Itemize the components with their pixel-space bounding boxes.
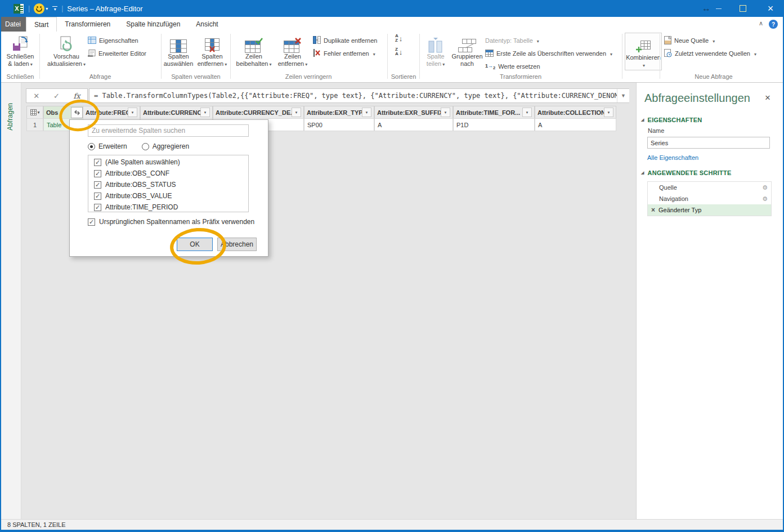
remove-columns-button[interactable]: Spalten entfernen — [195, 33, 230, 68]
queries-sidebar[interactable]: Abfragen — [1, 83, 21, 519]
formula-expand-caret[interactable]: ▼ — [617, 89, 629, 102]
list-item-obs-value[interactable]: Attribute:OBS_VALUE — [88, 190, 248, 202]
expand-arrows-icon — [74, 109, 80, 116]
column-header-attribute-freq[interactable]: Attribute:FREQ — [83, 106, 140, 119]
expand-dialog-search-input[interactable] — [88, 124, 249, 137]
list-item-obs-status[interactable]: Attribute:OBS_STATUS — [88, 179, 248, 190]
column-header-attribute-currency-denom[interactable]: Attribute:CURRENCY_DE... — [213, 106, 304, 119]
refresh-preview-button[interactable]: Vorschau aktualisieren — [44, 33, 89, 68]
checkbox-checked-icon[interactable] — [94, 204, 101, 211]
row-number[interactable]: 1 — [26, 118, 43, 131]
name-label: Name — [648, 127, 664, 134]
all-properties-link[interactable]: Alle Eigenschaften — [647, 154, 698, 161]
column-header-attribute-currency[interactable]: Attribute:CURRENCY — [140, 106, 213, 119]
sort-ascending-button[interactable]: AZ↓ — [395, 34, 402, 43]
remove-rows-button[interactable]: Zeilen entfernen — [275, 33, 311, 68]
checkbox-checked-icon[interactable] — [94, 159, 101, 166]
gear-icon[interactable]: ⚙ — [762, 195, 768, 203]
remove-duplicates-icon — [313, 36, 321, 45]
radio-aggregieren[interactable]: Aggregieren — [142, 142, 189, 150]
window-title: Series – Abfrage-Editor — [67, 5, 142, 13]
tab-transformieren[interactable]: Transformieren — [57, 17, 118, 32]
filter-dropdown-icon[interactable] — [604, 108, 613, 117]
expand-column-dialog: Erweitern Aggregieren (Alle Spalten ausw… — [69, 119, 268, 257]
step-quelle[interactable]: Quelle ⚙ — [648, 182, 771, 193]
fx-icon[interactable]: fx — [73, 92, 80, 100]
sort-descending-button[interactable]: ZA↓ — [395, 47, 402, 56]
smiley-dropdown-caret[interactable]: ▾ — [46, 6, 48, 11]
dropdown-caret — [223, 60, 227, 67]
smiley-feedback-icon[interactable] — [34, 3, 44, 14]
maximize-button[interactable] — [734, 0, 751, 17]
delete-step-icon[interactable]: × — [651, 206, 655, 214]
recent-sources-button[interactable]: Zuletzt verwendete Quellen — [664, 48, 756, 59]
cancel-formula-icon[interactable]: ✕ — [33, 92, 39, 100]
properties-button[interactable]: Eigenschaften — [88, 35, 138, 46]
new-source-button[interactable]: Neue Quelle — [664, 35, 715, 46]
collapse-ribbon-icon[interactable]: ∧ — [759, 20, 763, 27]
filter-dropdown-icon[interactable] — [292, 108, 301, 117]
choose-columns-button[interactable]: Spalten auswählen — [162, 33, 195, 68]
checkbox-checked-icon[interactable] — [94, 181, 101, 189]
step-geaenderter-typ[interactable]: × Geänderter Typ — [648, 204, 771, 216]
filter-dropdown-icon[interactable] — [200, 108, 210, 117]
advanced-editor-button[interactable]: Erweiterter Editor — [88, 48, 146, 59]
section-angewendete-schritte[interactable]: ◢ ANGEWENDETE SCHRITTE — [641, 169, 731, 176]
list-item-select-all[interactable]: (Alle Spalten auswählen) — [88, 157, 248, 168]
data-type-button[interactable]: Datentyp: Tabelle — [485, 35, 539, 46]
group-by-button[interactable]: Gruppieren nach — [450, 33, 485, 68]
titlebar-separator: | — [28, 5, 30, 12]
cell-attribute-exr-type[interactable]: SP00 — [304, 118, 374, 131]
close-button[interactable]: × — [761, 0, 780, 17]
list-item-time-period[interactable]: Attribute:TIME_PERIOD — [88, 202, 248, 213]
cell-attribute-exr-suffix[interactable]: A — [374, 118, 453, 131]
replace-values-button[interactable]: 1→2 Werte ersetzen — [485, 61, 540, 72]
panel-close-icon[interactable]: × — [765, 93, 770, 102]
query-name-input[interactable] — [647, 137, 770, 149]
list-item-obs-conf[interactable]: Attribute:OBS_CONF — [88, 168, 248, 179]
cell-attribute-time-format[interactable]: P1D — [453, 118, 535, 131]
recent-sources-icon — [664, 49, 672, 59]
checkbox-checked-icon[interactable] — [88, 218, 95, 226]
expand-column-button[interactable] — [71, 107, 83, 118]
formula-input[interactable]: = Table.TransformColumnTypes(Table2,{{"A… — [89, 88, 629, 103]
cancel-button[interactable]: Abbrechen — [217, 238, 257, 251]
column-header-attribute-exr-suffix[interactable]: Attribute:EXR_SUFFIX — [374, 106, 453, 119]
remove-duplicates-button[interactable]: Duplikate entfernen — [313, 35, 377, 46]
column-header-attribute-collection[interactable]: Attribute:COLLECTION — [535, 106, 616, 119]
remove-errors-button[interactable]: Fehler entfernen — [313, 48, 375, 59]
help-icon[interactable]: ? — [769, 20, 778, 29]
minimize-button[interactable] — [710, 0, 727, 17]
radio-erweitern[interactable]: Erweitern — [88, 142, 127, 150]
prefix-checkbox-row[interactable]: Ursprünglichen Spaltennamen als Präfix v… — [88, 218, 254, 226]
tab-start[interactable]: Start — [26, 17, 57, 32]
section-eigenschaften[interactable]: ◢ EIGENSCHAFTEN — [641, 117, 702, 123]
dropdown-caret — [372, 50, 375, 57]
close-and-load-button[interactable]: Schließen & laden — [3, 33, 37, 68]
step-navigation[interactable]: Navigation ⚙ — [648, 193, 771, 204]
filter-dropdown-icon[interactable] — [441, 108, 450, 117]
filter-dropdown-icon[interactable] — [362, 108, 371, 117]
combine-button[interactable]: Kombinieren — [625, 33, 662, 70]
advanced-editor-icon — [88, 50, 96, 58]
checkbox-checked-icon[interactable] — [94, 170, 101, 177]
dropdown-caret — [753, 50, 756, 57]
column-header-attribute-time-format[interactable]: Attribute:TIME_FOR... — [453, 106, 535, 119]
keep-rows-button[interactable]: Zeilen beibehalten — [233, 33, 275, 68]
commit-formula-icon[interactable]: ✓ — [53, 92, 60, 100]
ok-button[interactable]: OK — [177, 238, 213, 251]
split-column-button[interactable]: Spalte teilen — [422, 33, 450, 68]
tab-datei[interactable]: Datei — [0, 17, 26, 32]
table-select-all-button[interactable] — [26, 106, 43, 119]
group-label-schliessen: Schließen — [7, 73, 34, 80]
checkbox-checked-icon[interactable] — [94, 193, 101, 200]
column-header-attribute-exr-type[interactable]: Attribute:EXR_TYPE — [304, 106, 374, 119]
tab-ansicht[interactable]: Ansicht — [188, 17, 226, 32]
cell-attribute-collection[interactable]: A — [535, 118, 616, 131]
gear-icon[interactable]: ⚙ — [762, 184, 768, 191]
tab-spalte-hinzufuegen[interactable]: Spalte hinzufügen — [118, 17, 188, 32]
filter-dropdown-icon[interactable] — [128, 108, 137, 117]
filter-dropdown-icon[interactable] — [522, 108, 532, 117]
first-row-as-headers-button[interactable]: Erste Zeile als Überschriften verwenden — [485, 48, 612, 59]
quick-access-toolbar-customize-icon[interactable]: ▾ — [52, 6, 57, 11]
